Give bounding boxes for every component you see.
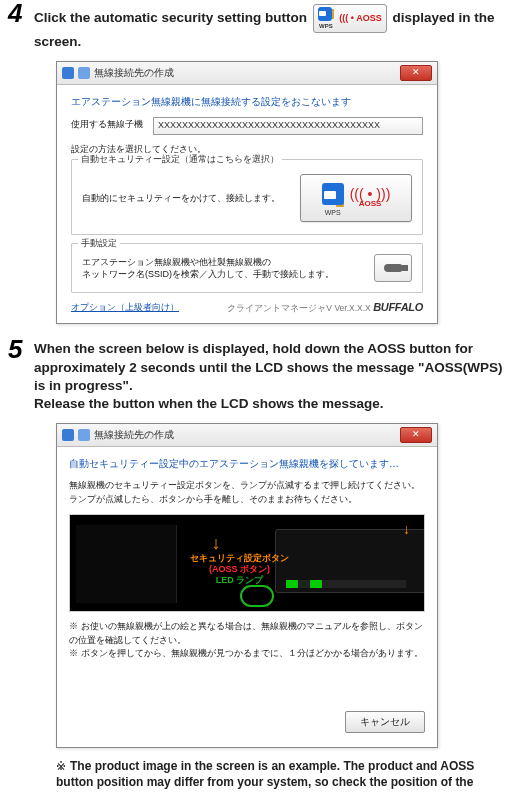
dialog2-instr-l2: ランプが点滅したら、ボタンから手を離し、そのままお待ちください。 bbox=[69, 494, 357, 504]
step-number-4: 4 bbox=[8, 0, 22, 29]
manual-text: エアステーション無線親機や他社製無線親機の ネットワーク名(SSID)を検索／入… bbox=[82, 256, 334, 281]
dialog2-note1: ※ お使いの無線親機が上の絵と異なる場合は、無線親機のマニュアルを参照し、ボタン… bbox=[69, 620, 425, 647]
manual-connect-button[interactable] bbox=[374, 254, 412, 282]
wps-label-big: WPS bbox=[325, 209, 341, 216]
options-advanced-link[interactable]: オプション（上級者向け） bbox=[71, 302, 179, 314]
router-led-strip bbox=[286, 580, 406, 588]
key-icon bbox=[384, 264, 402, 272]
callout-arrow-icon-2: ↓ bbox=[403, 521, 410, 537]
manual-groupbox: 手動設定 エアステーション無線親機や他社製無線親機の ネットワーク名(SSID)… bbox=[71, 243, 423, 293]
manual-text-l1: エアステーション無線親機や他社製無線親機の bbox=[82, 257, 271, 267]
aoss-wave-big-icon: ((( • ))) bbox=[350, 189, 391, 199]
app-icon-secondary-2 bbox=[78, 429, 90, 441]
callout-led-lamp: LED ランプ bbox=[190, 575, 289, 586]
callout-arrow-icon: ↓ bbox=[212, 533, 221, 554]
dialog2-notes: ※ お使いの無線親機が上の絵と異なる場合は、無線親機のマニュアルを参照し、ボタン… bbox=[69, 620, 425, 661]
app-icon bbox=[62, 67, 74, 79]
app-icon-2 bbox=[62, 429, 74, 441]
auto-security-groupbox: 自動セキュリティー設定（通常はこちらを選択） 自動的にセキュリティーをかけて、接… bbox=[71, 159, 423, 235]
inline-aoss-wps-button: WPS ((( • AOSS bbox=[313, 4, 387, 33]
aoss-label-inline: ((( • AOSS bbox=[339, 12, 381, 24]
manual-group-title: 手動設定 bbox=[78, 237, 120, 250]
auto-security-button[interactable]: WPS ((( • ))) AOSS bbox=[300, 174, 412, 222]
wps-icon bbox=[318, 7, 332, 21]
step-number-5: 5 bbox=[8, 334, 22, 365]
step5-instruction: When the screen below is displayed, hold… bbox=[34, 340, 505, 413]
auto-security-text: 自動的にセキュリティーをかけて、接続します。 bbox=[82, 192, 300, 205]
close-button-2[interactable]: ✕ bbox=[400, 427, 432, 443]
device-label: 使用する無線子機 bbox=[71, 118, 143, 131]
auto-group-title: 自動セキュリティー設定（通常はこちらを選択） bbox=[78, 153, 282, 166]
router-body bbox=[275, 529, 425, 593]
step4-instruction: Click the automatic security setting but… bbox=[34, 4, 505, 51]
callout-labels: セキュリティ設定ボタン (AOSS ボタン) LED ランプ bbox=[190, 553, 289, 585]
dialog1-heading: エアステーション無線親機に無線接続する設定をおこないます bbox=[71, 95, 423, 109]
note-mark: ※ bbox=[56, 759, 66, 773]
manual-text-l2: ネットワーク名(SSID)を検索／入力して、手動で接続します。 bbox=[82, 269, 334, 279]
dialog-create-wireless-connection-2: 無線接続先の作成 ✕ 自動セキュリティー設定中のエアステーション無線親機を探して… bbox=[56, 423, 438, 748]
titlebar: 無線接続先の作成 ✕ bbox=[57, 62, 437, 85]
dialog1-title: 無線接続先の作成 bbox=[94, 66, 174, 80]
titlebar-2: 無線接続先の作成 ✕ bbox=[57, 424, 437, 447]
wps-icon-big bbox=[322, 183, 344, 205]
dialog2-note2: ※ ボタンを押してから、無線親機が見つかるまでに、１分ほどかかる場合があります。 bbox=[69, 647, 425, 661]
router-illustration: ↓ ↓ セキュリティ設定ボタン (AOSS ボタン) LED ランプ bbox=[69, 514, 425, 612]
dialog-create-wireless-connection-1: 無線接続先の作成 ✕ エアステーション無線親機に無線接続する設定をおこないます … bbox=[56, 61, 438, 324]
post-note-text: The product image in the screen is an ex… bbox=[56, 759, 474, 793]
dialog2-instr-l1: 無線親機のセキュリティー設定ボタンを、ランプが点滅するまで押し続けてください。 bbox=[69, 480, 420, 490]
cancel-button[interactable]: キャンセル bbox=[345, 711, 425, 733]
buffalo-logo: BUFFALO bbox=[373, 301, 423, 313]
post-note: ※The product image in the screen is an e… bbox=[56, 758, 505, 793]
wps-label: WPS bbox=[319, 22, 333, 30]
dialog2-title: 無線接続先の作成 bbox=[94, 428, 174, 442]
client-manager-version: クライアントマネージャV Ver.X.X.X bbox=[227, 303, 370, 313]
callout-security-button: セキュリティ設定ボタン bbox=[190, 553, 289, 564]
app-icon-secondary bbox=[78, 67, 90, 79]
led-highlight-circle bbox=[240, 585, 274, 607]
aoss-text: AOSS bbox=[356, 13, 382, 23]
close-button[interactable]: ✕ bbox=[400, 65, 432, 81]
callout-aoss-button: (AOSS ボタン) bbox=[190, 564, 289, 575]
aoss-wave-icon: ((( • bbox=[339, 13, 354, 23]
dialog2-heading: 自動セキュリティー設定中のエアステーション無線親機を探しています… bbox=[69, 457, 425, 471]
router-side-panel bbox=[76, 525, 177, 603]
aoss-label-big: AOSS bbox=[359, 199, 382, 208]
device-select[interactable]: XXXXXXXXXXXXXXXXXXXXXXXXXXXXXXXXXXXXX bbox=[153, 117, 423, 135]
step4-text-before: Click the automatic security setting but… bbox=[34, 10, 307, 25]
dialog2-instructions: 無線親機のセキュリティー設定ボタンを、ランプが点滅するまで押し続けてください。 … bbox=[69, 479, 425, 506]
